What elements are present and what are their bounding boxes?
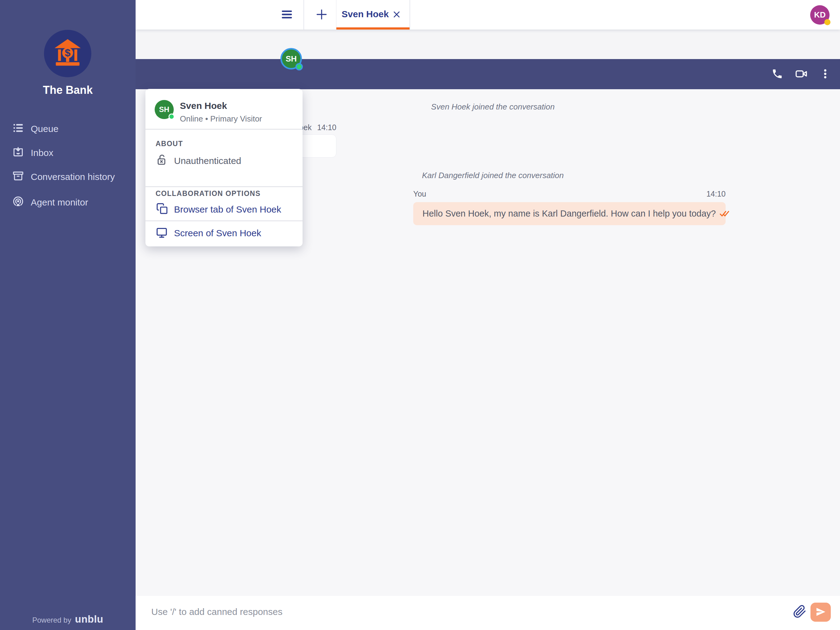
visitor-online-dot [169, 114, 175, 120]
about-section-title: ABOUT [156, 140, 183, 148]
conversation-tab[interactable]: Sven Hoek [336, 0, 410, 30]
sidebar-item-inbox[interactable]: Inbox [0, 146, 136, 160]
queue-list-icon [12, 122, 24, 136]
agent-initials: KD [814, 10, 826, 20]
collab-option-screen[interactable]: Screen of Sven Hoek [174, 228, 261, 238]
sidebar-item-conversation-history[interactable]: Conversation history [0, 170, 136, 184]
hamburger-icon [280, 8, 294, 22]
popup-divider [145, 220, 303, 221]
visitor-online-dot [295, 63, 303, 70]
archive-icon [12, 170, 24, 184]
visitor-name: Sven Hoek [180, 101, 227, 111]
agent-avatar[interactable]: KD [810, 5, 829, 25]
hamburger-menu-button[interactable] [280, 8, 294, 22]
unlock-icon [156, 154, 168, 167]
outgoing-message-bubble: Hello Sven Hoek, my name is Karl Dangerf… [413, 202, 726, 225]
popup-divider [145, 187, 303, 187]
sidebar-item-label: Inbox [31, 148, 53, 158]
tab-close-button[interactable] [392, 10, 401, 19]
conversation-header: SH [136, 59, 840, 89]
agent-monitor-icon [12, 196, 24, 209]
phone-icon [771, 68, 783, 81]
active-tab-indicator [336, 27, 410, 30]
video-camera-icon [795, 67, 808, 81]
outgoing-sender: You [413, 190, 426, 198]
send-message-button[interactable] [810, 603, 831, 622]
sidebar: $ The Bank Queue Inbox [0, 0, 136, 630]
video-call-button[interactable] [794, 67, 808, 81]
visitor-avatar: SH [155, 100, 174, 119]
visitor-details-popup: SH Sven Hoek Online • Primary Visitor AB… [145, 89, 303, 246]
outgoing-message-meta: You 14:10 [413, 190, 726, 198]
new-tab-button[interactable] [315, 8, 328, 22]
send-icon [815, 606, 826, 618]
sidebar-item-label: Conversation history [31, 172, 115, 182]
sidebar-item-agent-monitor[interactable]: Agent monitor [0, 196, 136, 209]
more-options-button[interactable] [818, 67, 832, 81]
message-composer [136, 596, 840, 630]
visitor-status: Online • Primary Visitor [180, 114, 262, 123]
tab-bar: Sven Hoek [136, 0, 840, 30]
authentication-status: Unauthenticated [174, 156, 242, 166]
agent-status-dot [824, 19, 831, 25]
visitor-initials: SH [159, 105, 169, 114]
sidebar-item-queue[interactable]: Queue [0, 122, 136, 136]
tabbar-divider [409, 0, 410, 30]
unblu-logo: unblu [75, 613, 103, 625]
browser-tab-icon [156, 203, 168, 216]
paperclip-icon [793, 605, 807, 619]
vertical-dots-icon [819, 68, 831, 81]
outgoing-time: 14:10 [706, 190, 726, 198]
powered-by-label: Powered by [32, 616, 71, 624]
bank-logo: $ [44, 30, 91, 77]
voice-call-button[interactable] [771, 67, 784, 81]
system-notice: Karl Dangerfield joined the conversation [422, 171, 564, 180]
popup-divider [145, 129, 303, 130]
sidebar-item-label: Agent monitor [31, 197, 88, 207]
close-icon [392, 10, 401, 20]
tabbar-divider [303, 0, 304, 30]
incoming-time: 14:10 [317, 123, 336, 132]
bank-building-icon: $ [52, 37, 84, 70]
visitor-initials: SH [286, 54, 297, 64]
inbox-icon [12, 146, 24, 160]
svg-text:$: $ [65, 47, 71, 59]
call-controls [771, 59, 832, 89]
plus-icon [315, 8, 328, 22]
collab-option-browser-tab[interactable]: Browser tab of Sven Hoek [174, 204, 281, 215]
collaboration-section-title: COLLABORATION OPTIONS [156, 190, 261, 198]
unblu-agent-desk: { "app": {"brand": "The Bank", "powered_… [0, 0, 840, 630]
tab-title: Sven Hoek [342, 0, 388, 28]
sidebar-item-label: Queue [31, 123, 58, 134]
system-notice: Sven Hoek joined the conversation [431, 102, 555, 112]
visitor-avatar[interactable]: SH [280, 48, 302, 70]
screen-icon [156, 226, 168, 240]
message-input[interactable] [151, 603, 782, 621]
read-receipt-icon [720, 210, 730, 217]
outgoing-message-text: Hello Sven Hoek, my name is Karl Dangerf… [422, 209, 716, 219]
attach-file-button[interactable] [793, 605, 807, 619]
sidebar-footer: Powered by unblu [0, 613, 136, 625]
brand-name: The Bank [0, 84, 136, 97]
conversation-toolbar: Collaborate End Conversation [136, 30, 840, 59]
